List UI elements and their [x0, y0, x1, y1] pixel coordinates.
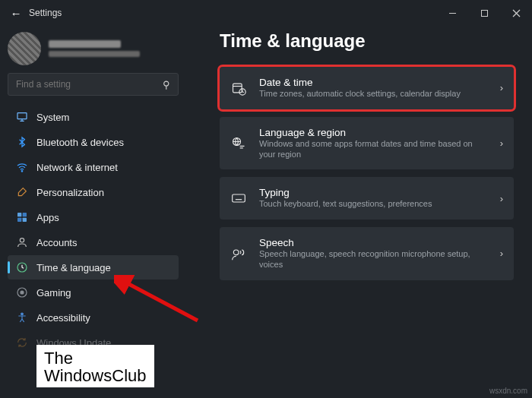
- globe-text-icon: [230, 136, 247, 151]
- maximize-button[interactable]: [468, 0, 500, 26]
- svg-point-15: [21, 291, 24, 294]
- svg-point-12: [20, 238, 24, 242]
- sidebar-item-time-language[interactable]: Time & language: [8, 255, 179, 280]
- sidebar-item-label: Accessibility: [36, 312, 90, 324]
- bluetooth-icon: [15, 136, 28, 149]
- card-date-time[interactable]: Date & time Time zones, automatic clock …: [220, 67, 514, 109]
- clock-globe-icon: [15, 261, 28, 274]
- keyboard-icon: [230, 191, 247, 206]
- svg-point-27: [233, 250, 239, 255]
- svg-rect-8: [17, 213, 21, 216]
- sidebar-item-personalization[interactable]: Personalization: [8, 180, 179, 204]
- card-speech[interactable]: Speech Speech language, speech recogniti…: [220, 227, 514, 280]
- card-subtitle: Touch keyboard, text suggestions, prefer…: [259, 199, 488, 210]
- content-pane: Time & language Date & time Time zones, …: [186, 26, 532, 398]
- profile-name-redacted: [49, 40, 121, 48]
- card-subtitle: Speech language, speech recognition micr…: [259, 249, 488, 270]
- sidebar-item-bluetooth[interactable]: Bluetooth & devices: [8, 130, 179, 154]
- card-title: Language & region: [259, 127, 488, 138]
- sidebar: ⚲ System Bluetooth & devices Network & i…: [0, 26, 186, 398]
- system-icon: [15, 111, 28, 124]
- svg-rect-18: [233, 84, 242, 93]
- sidebar-item-accounts[interactable]: Accounts: [8, 230, 179, 254]
- speech-icon: [230, 246, 247, 261]
- nav-list: System Bluetooth & devices Network & int…: [8, 105, 179, 355]
- overlay-line1: The: [44, 349, 147, 367]
- search-icon: ⚲: [163, 79, 170, 90]
- sidebar-item-label: Personalization: [36, 187, 104, 198]
- close-button[interactable]: [500, 0, 532, 26]
- svg-rect-4: [17, 113, 27, 119]
- wifi-icon: [15, 161, 28, 174]
- person-icon: [15, 236, 28, 249]
- calendar-clock-icon: [230, 81, 247, 96]
- svg-rect-11: [22, 218, 26, 222]
- card-subtitle: Time zones, automatic clock settings, ca…: [259, 89, 488, 100]
- avatar: [8, 32, 41, 65]
- sidebar-item-apps[interactable]: Apps: [8, 205, 179, 229]
- sidebar-item-label: Accounts: [36, 237, 77, 248]
- overlay-logo: The WindowsClub: [36, 345, 154, 387]
- svg-rect-21: [233, 194, 245, 202]
- chevron-right-icon: ›: [500, 82, 503, 93]
- sidebar-item-network[interactable]: Network & internet: [8, 155, 179, 179]
- search-box[interactable]: ⚲: [8, 73, 179, 96]
- page-title: Time & language: [220, 30, 514, 52]
- chevron-right-icon: ›: [500, 193, 503, 204]
- card-typing[interactable]: Typing Touch keyboard, text suggestions,…: [220, 177, 514, 220]
- titlebar: ← Settings: [0, 0, 532, 26]
- sidebar-item-label: Network & internet: [36, 162, 118, 173]
- sidebar-item-label: Gaming: [36, 287, 71, 298]
- svg-point-7: [21, 171, 22, 172]
- overlay-line2: WindowsClub: [44, 367, 147, 384]
- gaming-icon: [15, 286, 28, 299]
- search-input[interactable]: [16, 79, 153, 90]
- card-title: Typing: [259, 187, 488, 198]
- apps-icon: [15, 211, 28, 224]
- watermark: wsxdn.com: [489, 387, 527, 395]
- sidebar-item-accessibility[interactable]: Accessibility: [8, 305, 179, 330]
- sidebar-item-label: Apps: [36, 212, 59, 223]
- sidebar-item-system[interactable]: System: [8, 105, 179, 129]
- card-language-region[interactable]: Language & region Windows and some apps …: [220, 117, 514, 170]
- minimize-button[interactable]: [436, 0, 468, 26]
- svg-point-16: [21, 313, 23, 315]
- card-subtitle: Windows and some apps format dates and t…: [259, 139, 488, 160]
- accessibility-icon: [15, 311, 28, 324]
- update-icon: [15, 336, 28, 349]
- svg-rect-1: [481, 10, 487, 16]
- card-title: Date & time: [259, 77, 488, 88]
- svg-rect-10: [17, 218, 21, 222]
- sidebar-item-label: System: [36, 112, 69, 123]
- back-button[interactable]: ←: [8, 7, 24, 20]
- chevron-right-icon: ›: [500, 248, 503, 259]
- profile-email-redacted: [49, 51, 140, 57]
- sidebar-item-label: Time & language: [36, 262, 111, 273]
- svg-rect-9: [22, 213, 26, 216]
- sidebar-item-label: Bluetooth & devices: [36, 137, 124, 148]
- sidebar-item-gaming[interactable]: Gaming: [8, 280, 179, 305]
- window-title: Settings: [29, 8, 62, 18]
- brush-icon: [15, 186, 28, 199]
- chevron-right-icon: ›: [500, 137, 503, 149]
- profile-block[interactable]: [8, 29, 179, 73]
- card-title: Speech: [259, 237, 488, 248]
